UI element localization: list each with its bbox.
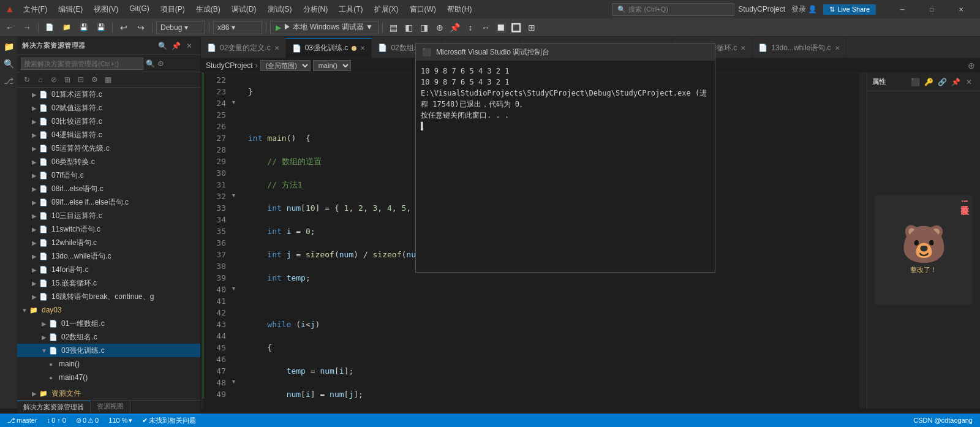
menu-window[interactable]: 窗口(W)	[405, 3, 441, 16]
sidebar-item-08[interactable]: ▶ 📄 08if...else语句.c	[17, 182, 200, 195]
menu-debug[interactable]: 调试(D)	[227, 3, 262, 16]
explorer-icon[interactable]: 📁	[1, 39, 16, 54]
redo-button[interactable]: ↪	[134, 21, 148, 34]
tool-btn-2[interactable]: ◧	[402, 21, 417, 34]
tool-btn-6[interactable]: ↕	[463, 21, 478, 34]
menu-tools[interactable]: 工具(T)	[334, 3, 368, 16]
sidebar-item-main0[interactable]: ● main()	[17, 357, 200, 371]
breadcrumb-project[interactable]: StudyCProject	[206, 61, 253, 70]
sidebar-settings-btn[interactable]: ⚙	[157, 59, 164, 68]
search-activity-icon[interactable]: 🔍	[1, 56, 16, 71]
menu-analyze[interactable]: 分析(N)	[298, 3, 333, 16]
properties-close-btn[interactable]: ✕	[963, 76, 975, 88]
fold-arrow-24[interactable]: ▼	[231, 99, 236, 105]
sidebar-sync-btn[interactable]: ↻	[21, 74, 33, 86]
tool-btn-7[interactable]: ↔	[478, 21, 493, 34]
tab-solution-explorer[interactable]: 解决方案资源管理器	[17, 401, 91, 415]
sidebar-item-resource[interactable]: ▶ 📁 资源文件	[17, 387, 200, 400]
maximize-button[interactable]: □	[918, 0, 946, 18]
forward-button[interactable]: →	[20, 21, 34, 34]
sidebar-item-d03[interactable]: ▼ 📄 03强化训练.c	[17, 344, 200, 357]
user-label[interactable]: 登录 👤	[791, 4, 817, 15]
sidebar-filter-btn[interactable]: ⊘	[48, 74, 60, 86]
tab-resource-view[interactable]: 资源视图	[91, 401, 130, 415]
breadcrumb-add-btn[interactable]: ⊕	[968, 61, 975, 70]
tool-btn-5[interactable]: 📌	[448, 21, 462, 34]
sidebar-item-01[interactable]: ▶ 📄 01算术运算符.c	[17, 88, 200, 101]
sidebar-item-05[interactable]: ▶ 📄 05运算符优先级.c	[17, 142, 200, 155]
tab-03training[interactable]: 📄 03强化训练.c ✕	[286, 38, 372, 58]
menu-test[interactable]: 测试(S)	[263, 3, 297, 16]
menu-help[interactable]: 帮助(H)	[442, 3, 477, 16]
gutter-line-24[interactable]: ▼	[231, 96, 243, 108]
properties-tool3[interactable]: 🔗	[936, 76, 948, 88]
gutter-line-40[interactable]: ▼	[231, 282, 243, 294]
new-file-button[interactable]: 📄	[42, 21, 57, 34]
menu-build[interactable]: 生成(B)	[191, 3, 225, 16]
close-button[interactable]: ✕	[947, 0, 975, 18]
sidebar-item-10[interactable]: ▶ 📄 10三目运算符.c	[17, 209, 200, 222]
status-errors[interactable]: ⊘ 0 ⚠ 0	[74, 417, 101, 425]
debug-config-dropdown[interactable]: Debug ▾	[156, 21, 205, 34]
tab-close-btn[interactable]: ✕	[741, 45, 745, 51]
fold-arrow-40[interactable]: ▼	[231, 285, 236, 292]
fold-arrow-48[interactable]: ▼	[231, 379, 236, 385]
tab-13dowhile[interactable]: 📄 13do...while语句.c ✕	[752, 38, 846, 58]
properties-pin-btn[interactable]: 📌	[949, 76, 962, 88]
platform-dropdown[interactable]: x86 ▾	[213, 21, 262, 34]
sidebar-item-d02[interactable]: ▶ 📄 02数组名.c	[17, 330, 200, 344]
sidebar-item-13[interactable]: ▶ 📄 13do...while语句.c	[17, 249, 200, 263]
sidebar-settings-btn2[interactable]: ⚙	[88, 74, 100, 86]
sidebar-item-07[interactable]: ▶ 📄 07if语句.c	[17, 168, 200, 182]
sidebar-item-03[interactable]: ▶ 📄 03比较运算符.c	[17, 115, 200, 128]
properties-tool1[interactable]: ⬛	[909, 76, 921, 88]
sidebar-search-input[interactable]	[21, 58, 143, 70]
save-button[interactable]: 💾	[77, 21, 91, 34]
menu-file[interactable]: 文件(F)	[18, 3, 52, 16]
tool-btn-9[interactable]: 🔳	[509, 21, 524, 34]
sidebar-expand-btn[interactable]: ⊞	[61, 74, 74, 86]
undo-button[interactable]: ↩	[116, 21, 131, 34]
sidebar-search-btn[interactable]: 🔍	[156, 40, 168, 52]
status-sync[interactable]: ↕ 0 ↑ 0	[45, 417, 69, 424]
sidebar-item-day03[interactable]: ▼ 📁 day03	[17, 303, 200, 317]
sidebar-search-submit[interactable]: 🔍	[146, 59, 155, 68]
tab-close-btn[interactable]: ✕	[360, 45, 365, 51]
sidebar-item-14[interactable]: ▶ 📄 14for语句.c	[17, 263, 200, 276]
sidebar-home-btn[interactable]: ⌂	[34, 74, 47, 86]
status-check[interactable]: ✔ 未找到相关问题	[140, 416, 198, 425]
tab-close-btn[interactable]: ✕	[274, 45, 279, 51]
gutter-line-32[interactable]: ▼	[231, 189, 243, 201]
fold-arrow-32[interactable]: ▼	[231, 192, 236, 198]
open-button[interactable]: 📁	[59, 21, 74, 34]
sidebar-close-btn[interactable]: ✕	[183, 40, 195, 52]
title-search-box[interactable]: 🔍 搜索 (Ctrl+Q)	[612, 3, 734, 16]
status-branch[interactable]: ⎇ master	[5, 417, 40, 425]
scope-dropdown[interactable]: (全局范围)	[260, 60, 311, 71]
tool-btn-4[interactable]: ⊕	[432, 21, 447, 34]
menu-project[interactable]: 项目(P)	[156, 3, 190, 16]
live-share-button[interactable]: ⇅ Live Share	[823, 4, 876, 15]
sidebar-item-16[interactable]: ▶ 📄 16跳转语句break、continue、g	[17, 290, 200, 303]
menu-view[interactable]: 视图(V)	[89, 3, 123, 16]
sidebar-pin-btn[interactable]: 📌	[170, 40, 182, 52]
tab-close-btn[interactable]: ✕	[835, 45, 840, 51]
sidebar-item-12[interactable]: ▶ 📄 12while语句.c	[17, 236, 200, 249]
sidebar-collapse-btn[interactable]: ⊟	[75, 74, 87, 86]
sidebar-item-d01[interactable]: ▶ 📄 01一维数组.c	[17, 317, 200, 330]
menu-edit[interactable]: 编辑(E)	[53, 3, 88, 16]
sidebar-item-09[interactable]: ▶ 📄 09if...else if...else语句.c	[17, 195, 200, 209]
scroll-indicator[interactable]	[859, 73, 867, 409]
sidebar-item-02[interactable]: ▶ 📄 02赋值运算符.c	[17, 101, 200, 115]
gutter-line-48[interactable]: ▼	[231, 376, 243, 387]
sidebar-item-06[interactable]: ▶ 📄 06类型转换.c	[17, 155, 200, 168]
sidebar-item-15[interactable]: ▶ 📄 15.嵌套循环.c	[17, 276, 200, 290]
back-button[interactable]: ←	[2, 21, 17, 34]
tool-btn-3[interactable]: ◨	[417, 21, 432, 34]
menu-extensions[interactable]: 扩展(X)	[369, 3, 404, 16]
sidebar-item-04[interactable]: ▶ 📄 04逻辑运算符.c	[17, 128, 200, 142]
run-button[interactable]: ▶ ▶ 本地 Windows 调试器 ▼	[270, 21, 379, 34]
status-zoom[interactable]: 110 % ▾	[106, 417, 135, 425]
tool-btn-10[interactable]: ⊞	[524, 21, 539, 34]
tool-btn-8[interactable]: 🔲	[494, 21, 508, 34]
